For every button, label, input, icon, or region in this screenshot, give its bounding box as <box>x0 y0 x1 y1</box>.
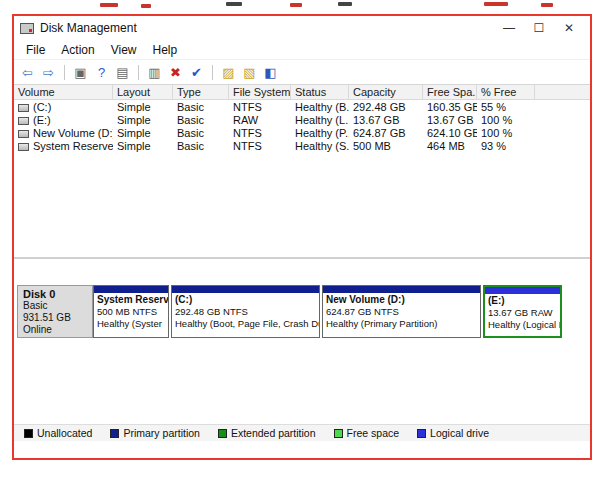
back-icon[interactable]: ⇦ <box>19 64 36 81</box>
legend-swatch-logical-drive <box>417 429 426 438</box>
partition-c[interactable]: (C:) 292.48 GB NTFS Healthy (Boot, Page … <box>171 285 320 338</box>
extend-volume-icon[interactable]: ▧ <box>241 64 258 81</box>
table-row[interactable]: (C:) Simple Basic NTFS Healthy (B... 292… <box>14 100 590 113</box>
mark-active-icon[interactable]: ✔ <box>188 64 205 81</box>
partition-size: 13.67 GB RAW <box>488 307 557 319</box>
screen: Disk Management — ☐ ✕ File Action View H… <box>0 0 609 487</box>
cropped-text-artifact <box>541 3 553 7</box>
cell-pct: 93 % <box>477 140 535 152</box>
partition-e-selected[interactable]: (E:) 13.67 GB RAW Healthy (Logical Drive… <box>483 285 562 338</box>
column-header-file-system[interactable]: File System <box>229 85 291 100</box>
column-header-pct-free[interactable]: % Free <box>477 85 535 100</box>
cell-type: Basic <box>173 101 229 113</box>
window-title: Disk Management <box>40 21 494 35</box>
table-row[interactable]: (E:) Simple Basic RAW Healthy (L... 13.6… <box>14 113 590 126</box>
column-header-volume[interactable]: Volume <box>14 85 113 100</box>
partition-status: Healthy (Logical Drive) <box>488 319 557 331</box>
legend-label: Logical drive <box>430 427 489 439</box>
partition-name: New Volume (D:) <box>326 294 477 306</box>
column-header-capacity[interactable]: Capacity <box>349 85 423 100</box>
cell-status: Healthy (B... <box>291 101 349 113</box>
legend-label: Primary partition <box>123 427 199 439</box>
toolbar: ⇦ ⇨ ▣ ? ▤ ▥ ✖ ✔ ▨ ▧ ◧ <box>14 60 590 85</box>
maximize-button[interactable]: ☐ <box>524 21 554 35</box>
title-bar: Disk Management — ☐ ✕ <box>14 16 590 40</box>
toolbar-separator <box>212 65 213 80</box>
cell-type: Basic <box>173 114 229 126</box>
volume-name: System Reserved <box>33 140 113 152</box>
column-header-layout[interactable]: Layout <box>113 85 173 100</box>
partition-name: System Reserv <box>97 294 165 306</box>
partition-color-strip <box>323 286 480 293</box>
export-list-icon[interactable]: ▤ <box>114 64 131 81</box>
refresh-icon[interactable]: ◧ <box>262 64 279 81</box>
legend-bar: Unallocated Primary partition Extended p… <box>14 424 590 441</box>
cell-pct: 100 % <box>477 127 535 139</box>
volume-icon <box>18 143 29 151</box>
delete-volume-icon[interactable]: ✖ <box>167 64 184 81</box>
cell-status: Healthy (P... <box>291 127 349 139</box>
graphical-view-pane: Disk 0 Basic 931.51 GB Online System Res… <box>14 259 590 443</box>
volume-icon <box>18 117 29 125</box>
menu-help[interactable]: Help <box>145 43 186 57</box>
column-header-type[interactable]: Type <box>173 85 229 100</box>
menu-action[interactable]: Action <box>53 43 102 57</box>
cropped-text-artifact <box>226 2 242 6</box>
up-one-level-icon[interactable]: ▥ <box>146 64 163 81</box>
legend-swatch-primary <box>110 429 119 438</box>
column-header-filler <box>535 85 590 100</box>
legend-label: Free space <box>347 427 400 439</box>
legend-swatch-unallocated <box>24 429 33 438</box>
disk-management-window: Disk Management — ☐ ✕ File Action View H… <box>12 14 592 460</box>
table-row[interactable]: New Volume (D:) Simple Basic NTFS Health… <box>14 126 590 139</box>
disk-kind: Basic <box>23 300 87 312</box>
disk0-panel[interactable]: Disk 0 Basic 931.51 GB Online <box>17 285 93 338</box>
cropped-text-artifact <box>141 4 151 8</box>
column-header-free-space[interactable]: Free Spa... <box>423 85 477 100</box>
partition-d[interactable]: New Volume (D:) 624.87 GB NTFS Healthy (… <box>322 285 481 338</box>
disk-management-icon <box>20 23 34 34</box>
help-icon[interactable]: ? <box>93 64 110 81</box>
cropped-text-artifact <box>484 2 508 6</box>
cell-status: Healthy (S... <box>291 140 349 152</box>
partition-name: (E:) <box>488 295 557 307</box>
legend-swatch-extended <box>218 429 227 438</box>
cell-capacity: 13.67 GB <box>349 114 423 126</box>
partition-status: Healthy (Syster <box>97 318 165 330</box>
partition-size: 500 MB NTFS <box>97 306 165 318</box>
partition-status: Healthy (Boot, Page File, Crash Du <box>175 318 316 330</box>
new-volume-icon[interactable]: ▨ <box>220 64 237 81</box>
cell-pct: 100 % <box>477 114 535 126</box>
disk-status: Online <box>23 324 87 336</box>
legend-unallocated: Unallocated <box>24 427 92 439</box>
cell-type: Basic <box>173 140 229 152</box>
cropped-text-artifact <box>290 3 302 7</box>
menu-file[interactable]: File <box>18 43 53 57</box>
cell-free: 13.67 GB <box>423 114 477 126</box>
cell-capacity: 500 MB <box>349 140 423 152</box>
cell-fs: NTFS <box>229 101 291 113</box>
cropped-text-artifact <box>100 3 118 7</box>
partition-size: 624.87 GB NTFS <box>326 306 477 318</box>
table-row[interactable]: System Reserved Simple Basic NTFS Health… <box>14 139 590 152</box>
menu-bar: File Action View Help <box>14 40 590 60</box>
partition-name: (C:) <box>175 294 316 306</box>
cell-status: Healthy (L... <box>291 114 349 126</box>
toolbar-separator <box>64 65 65 80</box>
close-button[interactable]: ✕ <box>554 21 584 35</box>
volume-list-pane: Volume Layout Type File System Status Ca… <box>14 85 590 257</box>
legend-label: Unallocated <box>37 427 92 439</box>
cropped-text-artifact <box>338 2 352 6</box>
table-header: Volume Layout Type File System Status Ca… <box>14 85 590 100</box>
partition-color-strip <box>485 287 560 294</box>
cell-fs: NTFS <box>229 140 291 152</box>
partition-system-reserved[interactable]: System Reserv 500 MB NTFS Healthy (Syste… <box>93 285 169 338</box>
cell-capacity: 624.87 GB <box>349 127 423 139</box>
cell-fs: NTFS <box>229 127 291 139</box>
cell-free: 624.10 GB <box>423 127 477 139</box>
menu-view[interactable]: View <box>103 43 145 57</box>
show-console-tree-icon[interactable]: ▣ <box>72 64 89 81</box>
minimize-button[interactable]: — <box>494 21 524 35</box>
forward-icon[interactable]: ⇨ <box>40 64 57 81</box>
column-header-status[interactable]: Status <box>291 85 349 100</box>
